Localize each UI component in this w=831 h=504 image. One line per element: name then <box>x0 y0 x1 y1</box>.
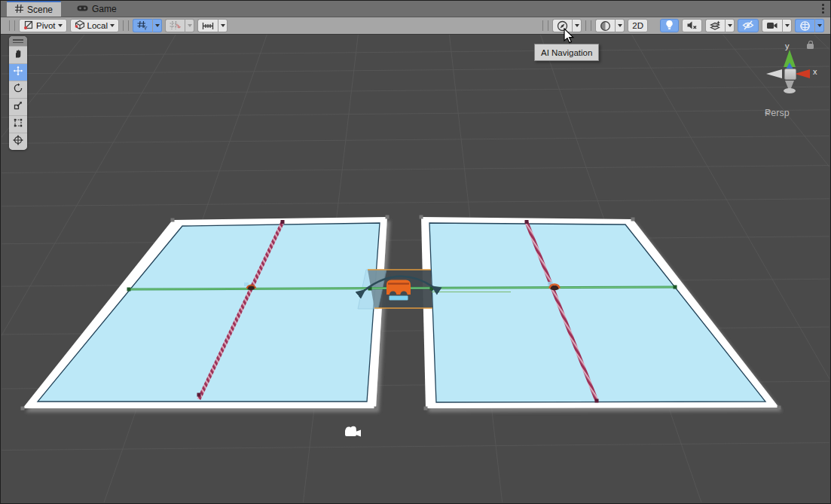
unity-scene-window: Scene Game Pivot Local <box>0 0 831 504</box>
snap-grid-dropdown[interactable] <box>185 19 194 32</box>
grid-visibility-split-button: Y <box>133 19 162 32</box>
tooltip-text: AI Navigation <box>541 48 592 57</box>
rotate-icon <box>13 83 23 96</box>
chevron-down-icon <box>155 24 160 27</box>
chevron-down-icon <box>728 24 732 27</box>
effects-dropdown[interactable] <box>725 19 735 32</box>
grid-visibility-dropdown[interactable] <box>152 19 162 32</box>
pivot-icon <box>23 20 34 32</box>
tab-game[interactable]: Game <box>69 1 125 17</box>
navmesh-surface-right[interactable] <box>420 215 781 411</box>
shading-mode-button[interactable] <box>595 19 615 32</box>
effects-split-button <box>705 19 735 32</box>
snap-increment-dropdown[interactable] <box>218 19 228 32</box>
move-tool-button[interactable] <box>9 63 27 81</box>
palette-drag-handle[interactable] <box>9 36 27 46</box>
gamepad-icon <box>77 4 88 14</box>
camera-settings-dropdown[interactable] <box>782 19 792 32</box>
chevron-down-icon <box>575 24 579 27</box>
tab-bar: Scene Game <box>1 1 830 17</box>
orientation-button[interactable]: Local <box>70 19 120 32</box>
x-axis-cone[interactable] <box>795 69 810 78</box>
chevron-down-icon <box>785 24 790 27</box>
toolbar-drag-handle[interactable] <box>585 20 591 31</box>
neg-z-axis-cone[interactable] <box>766 69 782 78</box>
snap-grid-split-button <box>165 19 194 32</box>
hand-icon <box>13 48 23 62</box>
scene-content <box>2 35 829 502</box>
tooltip: AI Navigation <box>534 44 599 61</box>
transform-tool-button[interactable] <box>9 133 27 150</box>
tab-label: Scene <box>27 5 53 15</box>
tool-palette <box>9 36 27 150</box>
toolbar-drag-handle[interactable] <box>123 20 129 31</box>
eye-slash-icon <box>742 20 754 32</box>
scene-toolbar: Pivot Local Y <box>1 17 830 35</box>
grid-visibility-button[interactable]: Y <box>133 19 152 32</box>
orientation-label: Local <box>87 21 108 30</box>
rotate-tool-button[interactable] <box>9 81 27 98</box>
chevron-down-icon <box>110 24 115 27</box>
shading-mode-split-button <box>595 19 625 32</box>
2d-label: 2D <box>632 21 643 30</box>
gizmos-button[interactable] <box>795 19 814 32</box>
scale-tool-button[interactable] <box>9 98 27 115</box>
tab-label: Game <box>92 4 117 14</box>
camera-split-button <box>762 19 792 32</box>
orientation-gizmo: y x < Persp <box>750 38 825 123</box>
gizmos-dropdown[interactable] <box>814 19 824 32</box>
scale-icon <box>13 100 23 114</box>
gizmos-split-button <box>795 19 824 32</box>
gizmo-center-cube[interactable] <box>784 69 796 80</box>
projection-label: Persp <box>765 108 790 118</box>
2d-toggle-button[interactable]: 2D <box>628 19 648 32</box>
snap-increment-split-button <box>197 19 228 32</box>
scene-viewport[interactable]: y x < Persp <box>2 35 829 502</box>
chevron-down-icon <box>817 24 822 27</box>
move-icon <box>13 66 23 79</box>
camera-gizmo-icon[interactable] <box>345 426 361 437</box>
x-axis-label: x <box>813 67 817 76</box>
tab-scene[interactable]: Scene <box>7 1 61 17</box>
grid-icon <box>15 5 23 15</box>
audio-mute-button[interactable] <box>682 19 702 32</box>
transform-icon <box>13 135 23 148</box>
camera-settings-button[interactable] <box>762 19 782 32</box>
kebab-menu-icon[interactable] <box>822 4 824 14</box>
pivot-button[interactable]: Pivot <box>19 19 67 32</box>
padlock-icon[interactable] <box>807 44 814 49</box>
scene-lighting-button[interactable] <box>660 19 679 32</box>
shading-mode-dropdown[interactable] <box>615 19 625 32</box>
toolbar-drag-handle[interactable] <box>542 20 548 31</box>
rect-icon <box>13 118 23 131</box>
neg-y-axis-cone-base <box>784 88 796 93</box>
hidden-objects-button[interactable] <box>738 19 759 32</box>
cube-icon <box>75 20 85 32</box>
chevron-down-icon <box>58 24 63 27</box>
chevron-down-icon <box>221 24 225 27</box>
chevron-down-icon <box>618 24 622 27</box>
snap-grid-button[interactable] <box>165 19 185 32</box>
effects-button[interactable] <box>705 19 725 32</box>
navmesh-surface-left[interactable] <box>21 215 390 411</box>
rect-tool-button[interactable] <box>9 115 27 133</box>
toolbar-drag-handle[interactable] <box>9 20 15 31</box>
hand-tool-button[interactable] <box>9 46 27 63</box>
lightbulb-icon <box>664 20 674 32</box>
svg-text:Y: Y <box>144 25 148 31</box>
speaker-mute-icon <box>686 20 698 32</box>
mouse-cursor-icon <box>564 28 576 44</box>
chevron-down-icon <box>188 24 192 27</box>
snap-increment-button[interactable] <box>197 19 218 32</box>
navmesh-link-bridge-icon[interactable] <box>386 280 411 301</box>
pivot-label: Pivot <box>36 21 56 30</box>
